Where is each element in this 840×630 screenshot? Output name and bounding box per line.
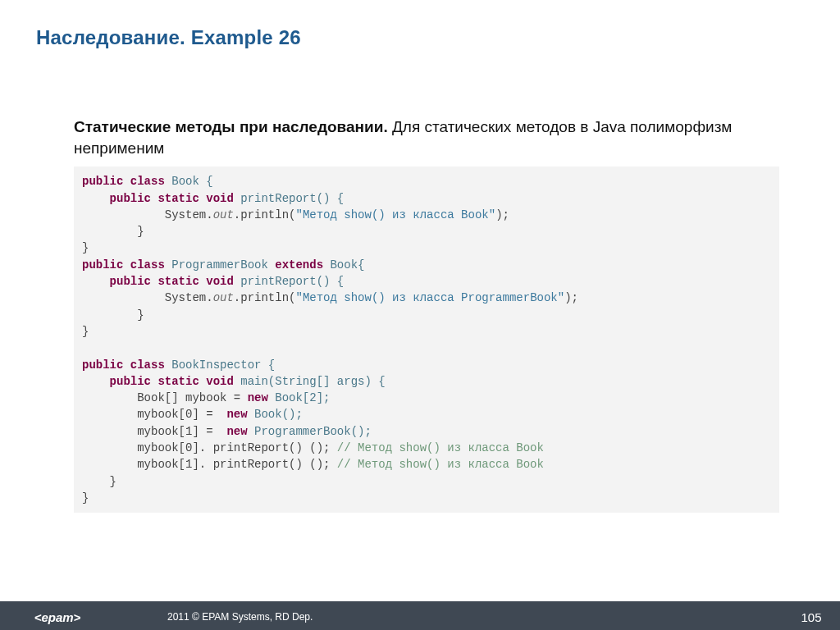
code-string: "Метод show() из класса Book" <box>295 208 495 221</box>
code-text: mybook[0] = <box>82 408 226 421</box>
code-text: Book[2]; <box>268 391 331 404</box>
page-number: 105 <box>783 604 840 630</box>
code-text: mybook[1] = <box>82 425 226 438</box>
subhead-bold: Статические методы при наследовании. <box>74 118 388 135</box>
code-text: printReport() { <box>234 275 344 288</box>
code-text: Book(); <box>248 408 303 421</box>
code-comment: // Метод show() из класса Book <box>337 441 544 454</box>
code-text: main(String[] args) { <box>234 375 386 388</box>
code-keyword: new <box>248 391 268 404</box>
code-keyword: extends <box>275 258 323 272</box>
code-string: "Метод show() из класса ProgrammerBook" <box>295 291 564 304</box>
code-text: } <box>82 308 144 322</box>
code-text: ); <box>495 208 509 221</box>
code-block: public class Book { public static void p… <box>74 167 779 513</box>
code-keyword: public static void <box>110 192 234 205</box>
code-text: System. <box>82 208 213 221</box>
code-text: System. <box>82 291 213 304</box>
code-text: } <box>82 491 89 504</box>
footer: <ераm> 2011 © EPAM Systems, RD Dep. 105 <box>0 604 840 630</box>
code-keyword: new <box>226 425 247 438</box>
slide-content: Статические методы при наследовании. Для… <box>74 116 779 513</box>
code-keyword: public class <box>82 258 165 272</box>
code-field: out <box>213 208 234 221</box>
code-text: printReport() { <box>234 192 344 205</box>
code-text: .println( <box>234 291 296 304</box>
code-field: out <box>213 291 234 304</box>
code-text: } <box>82 325 89 338</box>
code-keyword: new <box>226 408 247 421</box>
code-text: Book[] mybook = <box>82 391 248 404</box>
epam-logo: <ераm> <box>0 604 115 630</box>
code-text: ); <box>564 291 578 304</box>
code-keyword: public static void <box>110 275 234 288</box>
code-text: ProgrammerBook <box>165 258 275 272</box>
code-text: mybook[0]. printReport() (); <box>82 441 337 454</box>
slide-subheading: Статические методы при наследовании. Для… <box>74 116 779 158</box>
code-text: Book{ <box>323 258 364 272</box>
code-text: } <box>82 475 116 488</box>
code-keyword: public class <box>82 358 165 372</box>
code-keyword: public class <box>82 175 165 188</box>
code-keyword: public static void <box>110 375 234 388</box>
code-text: BookInspector { <box>165 358 275 372</box>
code-text: .println( <box>234 208 296 221</box>
code-text: } <box>82 241 89 254</box>
code-text: ProgrammerBook(); <box>248 425 372 438</box>
code-comment: // Метод show() из класса Book <box>337 458 544 471</box>
code-text: mybook[1]. printReport() (); <box>82 458 337 471</box>
code-text: Book { <box>165 175 213 188</box>
slide-title: Наследование. Example 26 <box>36 26 301 49</box>
footer-copyright: 2011 © EPAM Systems, RD Dep. <box>115 604 783 630</box>
code-text: } <box>82 225 144 238</box>
